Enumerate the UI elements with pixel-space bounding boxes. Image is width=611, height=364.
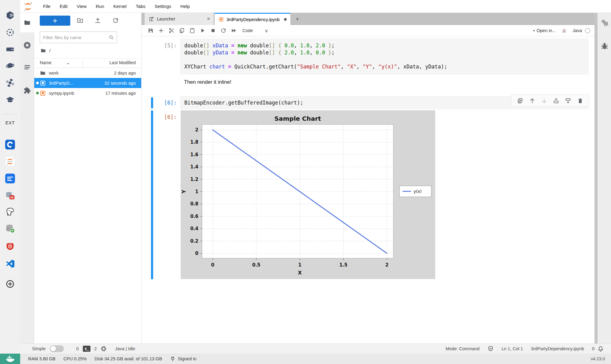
simple-mode-toggle[interactable] bbox=[50, 345, 64, 352]
jupyter-extension-icon[interactable]: jupyter bbox=[5, 156, 15, 167]
disk-usage[interactable]: Disk 34.25 GB avail. of 101.13 GB bbox=[94, 356, 162, 361]
menu-settings[interactable]: Settings bbox=[150, 0, 176, 13]
copy-cells-button[interactable] bbox=[179, 28, 185, 34]
filter-files-input[interactable] bbox=[40, 35, 109, 40]
move-cell-up-button[interactable] bbox=[529, 97, 536, 104]
menubar: File Edit View Run Kernel Tabs Settings … bbox=[20, 0, 611, 13]
menu-run[interactable]: Run bbox=[91, 0, 109, 13]
terminal-icon[interactable]: $_ bbox=[83, 346, 90, 352]
column-divider bbox=[83, 60, 83, 67]
kubernetes-icon[interactable] bbox=[5, 78, 15, 88]
ram-usage[interactable]: RAM 3.80 GB bbox=[28, 356, 55, 361]
notifications-count[interactable]: 0 bbox=[592, 346, 594, 351]
active-file-name[interactable]: 3rdPartyDependency.ipynb bbox=[531, 346, 584, 351]
cursor-position[interactable]: Ln 1, Col 1 bbox=[502, 346, 523, 351]
home-folder-icon[interactable] bbox=[40, 48, 46, 53]
debugger-bug-icon[interactable] bbox=[561, 28, 567, 34]
file-row-3rdpartydependency[interactable]: 3rdPartyD... 32 seconds ago bbox=[34, 78, 141, 88]
add-extension-icon[interactable] bbox=[5, 279, 15, 289]
markdown-cell[interactable]: Then render it inline! bbox=[184, 79, 231, 85]
menu-edit[interactable]: Edit bbox=[55, 0, 72, 13]
delete-cell-button[interactable] bbox=[577, 97, 583, 104]
breadcrumb-root[interactable]: / bbox=[49, 48, 50, 53]
cpu-usage[interactable]: CPU 0.25% bbox=[63, 356, 86, 361]
bell-icon[interactable] bbox=[598, 346, 604, 352]
search-icon bbox=[109, 35, 114, 40]
signed-in-status[interactable]: Signed in bbox=[178, 356, 196, 361]
file-row-work[interactable]: work 2 days ago bbox=[34, 68, 141, 78]
input-prompt-6: [6]: bbox=[142, 99, 177, 106]
upload-button[interactable] bbox=[94, 17, 101, 24]
kernel-status-idle-icon[interactable] bbox=[585, 28, 590, 33]
menu-file[interactable]: File bbox=[39, 0, 55, 13]
notebook-mode[interactable]: Mode: Command bbox=[446, 346, 480, 351]
file-row-sympy[interactable]: sympy.ipynb 17 minutes ago bbox=[34, 88, 141, 98]
red-database-extension-icon[interactable] bbox=[5, 241, 15, 252]
status-right-group: Mode: Command Ln 1, Col 1 3rdPartyDepend… bbox=[438, 346, 604, 352]
sidebar-tab-strip bbox=[20, 13, 34, 344]
terminals-count[interactable]: 0 bbox=[76, 346, 79, 351]
postgresql-extension-icon[interactable] bbox=[5, 207, 15, 217]
tab-notebook[interactable]: 3rdPartyDependency.ipynb bbox=[215, 13, 290, 25]
code-cell-5-editor[interactable]: double[] xData = new double[] { 0.0, 1.0… bbox=[180, 39, 588, 74]
containers-icon[interactable] bbox=[5, 10, 15, 20]
open-in-button[interactable]: Open in... bbox=[536, 28, 556, 33]
menu-kernel[interactable]: Kernel bbox=[109, 0, 131, 13]
pods-icon[interactable] bbox=[5, 27, 15, 38]
move-cell-down-button[interactable] bbox=[541, 97, 547, 104]
docker-whale-icon[interactable] bbox=[0, 354, 20, 364]
sidebar-tab-table-of-contents[interactable] bbox=[20, 57, 34, 77]
file-modified: 17 minutes ago bbox=[105, 91, 136, 96]
open-status-dot bbox=[36, 82, 39, 84]
open-in-caret-icon[interactable]: ▾ bbox=[533, 29, 535, 33]
insert-cell-above-button[interactable] bbox=[553, 97, 559, 104]
chevron-down-icon[interactable]: ∨ bbox=[265, 28, 268, 34]
duplicate-cell-button[interactable] bbox=[517, 97, 523, 104]
output-collapser[interactable] bbox=[151, 110, 153, 279]
trusted-shield-icon[interactable] bbox=[488, 346, 494, 352]
volumes-icon[interactable] bbox=[5, 61, 15, 71]
notebook-scrollbar[interactable] bbox=[594, 13, 598, 344]
compose-extension-icon[interactable] bbox=[5, 173, 15, 184]
paste-cells-button[interactable] bbox=[189, 28, 195, 34]
svg-text:1: 1 bbox=[298, 262, 301, 268]
debugger-panel-bug-icon[interactable] bbox=[601, 42, 609, 50]
menu-help[interactable]: Help bbox=[176, 0, 194, 13]
tab-launcher[interactable]: Launcher × bbox=[145, 13, 214, 25]
cell-hover-toolbar bbox=[511, 94, 589, 107]
learning-center-icon[interactable] bbox=[5, 95, 15, 105]
sidebar-tab-file-browser[interactable] bbox=[20, 13, 34, 32]
kernel-status-text[interactable]: Java | Idle bbox=[115, 346, 135, 351]
insert-cell-button[interactable] bbox=[158, 28, 164, 34]
menu-tabs[interactable]: Tabs bbox=[131, 0, 150, 13]
sidebar-tab-extensions[interactable] bbox=[20, 81, 34, 100]
unsaved-changes-dot[interactable] bbox=[284, 18, 287, 21]
close-icon[interactable]: × bbox=[207, 16, 210, 22]
visual-studio-extension-icon[interactable] bbox=[5, 259, 15, 269]
column-name[interactable]: Name bbox=[40, 60, 52, 65]
new-tab-button[interactable]: + bbox=[293, 15, 301, 23]
images-icon[interactable] bbox=[5, 44, 15, 54]
menu-view[interactable]: View bbox=[72, 0, 91, 13]
column-last-modified[interactable]: Last Modified bbox=[109, 60, 136, 65]
insert-cell-below-button[interactable] bbox=[565, 97, 571, 104]
kernels-count[interactable]: 2 bbox=[94, 346, 97, 351]
cut-cells-button[interactable] bbox=[168, 28, 175, 34]
property-inspector-gears-icon[interactable] bbox=[601, 19, 609, 27]
run-cell-button[interactable] bbox=[200, 28, 206, 34]
sql-server-extension-icon[interactable] bbox=[5, 223, 15, 234]
oracle-xe-extension-icon[interactable]: XE bbox=[5, 190, 15, 201]
sidebar-tab-running-sessions[interactable] bbox=[20, 35, 34, 55]
interrupt-kernel-button[interactable] bbox=[210, 28, 216, 34]
kernel-chip-icon[interactable] bbox=[100, 345, 107, 352]
console-extension-icon[interactable] bbox=[5, 139, 15, 150]
restart-kernel-button[interactable] bbox=[220, 28, 226, 34]
save-button[interactable] bbox=[148, 28, 154, 34]
cell-type-dropdown[interactable]: Code bbox=[242, 28, 253, 33]
restart-run-all-button[interactable] bbox=[231, 28, 237, 34]
kernel-name-button[interactable]: Java bbox=[572, 28, 582, 33]
jupyter-logo-icon bbox=[23, 2, 33, 11]
refresh-button[interactable] bbox=[112, 17, 119, 24]
new-launcher-button[interactable] bbox=[40, 16, 70, 26]
new-folder-button[interactable] bbox=[77, 17, 83, 24]
